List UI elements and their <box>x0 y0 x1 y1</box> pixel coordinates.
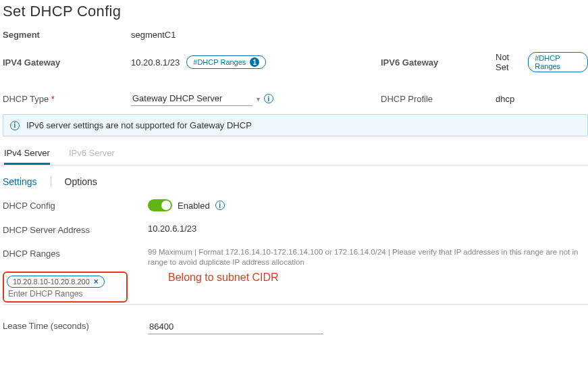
lease-time-label: Lease Time (seconds) <box>3 319 148 331</box>
lease-time-input[interactable] <box>148 319 323 334</box>
dhcp-type-select[interactable] <box>131 91 252 106</box>
dhcp-ranges-input[interactable] <box>7 288 101 300</box>
annotation-text: Belong to subnet CIDR <box>168 272 279 284</box>
dhcp-config-label: DHCP Config <box>3 199 148 211</box>
dhcp-config-toggle[interactable] <box>148 199 172 211</box>
ipv4-ranges-pill[interactable]: #DHCP Ranges 1 <box>186 55 266 69</box>
ipv6-alert: i IPv6 server settings are not supported… <box>3 114 588 136</box>
tab-ipv6-server: IPv6 Server <box>69 143 115 165</box>
dhcp-ranges-highlight: 10.20.8.10-10.20.8.200 × <box>3 272 128 303</box>
dhcp-profile-value: dhcp <box>496 94 588 104</box>
chevron-down-icon: ▾ <box>257 95 260 103</box>
tab-ipv4-server[interactable]: IPv4 Server <box>4 143 50 165</box>
dhcp-type-label: DHCP Type * <box>3 94 131 104</box>
info-icon[interactable]: i <box>215 201 225 210</box>
dhcp-server-address-value: 10.20.6.1/23 <box>148 224 196 234</box>
dhcp-ranges-label: DHCP Ranges <box>3 247 148 259</box>
info-icon[interactable]: i <box>264 94 273 103</box>
dhcp-range-chip[interactable]: 10.20.8.10-10.20.8.200 × <box>7 276 105 288</box>
divider <box>51 176 51 187</box>
segment-value: segmentC1 <box>131 30 176 40</box>
page-title: Set DHCP Config <box>3 3 588 20</box>
alert-text: IPv6 server settings are not supported f… <box>26 120 252 130</box>
ipv6-ranges-pill[interactable]: #DHCP Ranges <box>528 52 588 72</box>
segment-label: Segment <box>3 30 131 40</box>
dhcp-profile-label: DHCP Profile <box>381 94 496 104</box>
subtab-settings[interactable]: Settings <box>3 176 37 187</box>
ipv4-ranges-count: 1 <box>250 57 259 67</box>
ipv6-gateway-label: IPV6 Gateway <box>381 57 496 68</box>
dhcp-server-address-label: DHCP Server Address <box>3 224 148 235</box>
ipv6-ranges-pill-label: #DHCP Ranges <box>535 54 581 70</box>
dhcp-ranges-hint: 99 Maximum | Format 172.16.14.10-172.16.… <box>148 247 588 267</box>
ipv4-ranges-pill-label: #DHCP Ranges <box>193 58 246 66</box>
ipv6-gateway-value: Not Set <box>496 52 521 72</box>
subtab-options[interactable]: Options <box>65 176 97 187</box>
ipv4-gateway-label: IPV4 Gateway <box>3 57 131 68</box>
dhcp-config-status: Enabled <box>178 201 210 211</box>
info-icon: i <box>10 121 20 130</box>
dhcp-range-chip-text: 10.20.8.10-10.20.8.200 <box>13 278 90 286</box>
ipv4-gateway-value: 10.20.8.1/23 <box>131 57 180 68</box>
close-icon[interactable]: × <box>94 277 99 286</box>
